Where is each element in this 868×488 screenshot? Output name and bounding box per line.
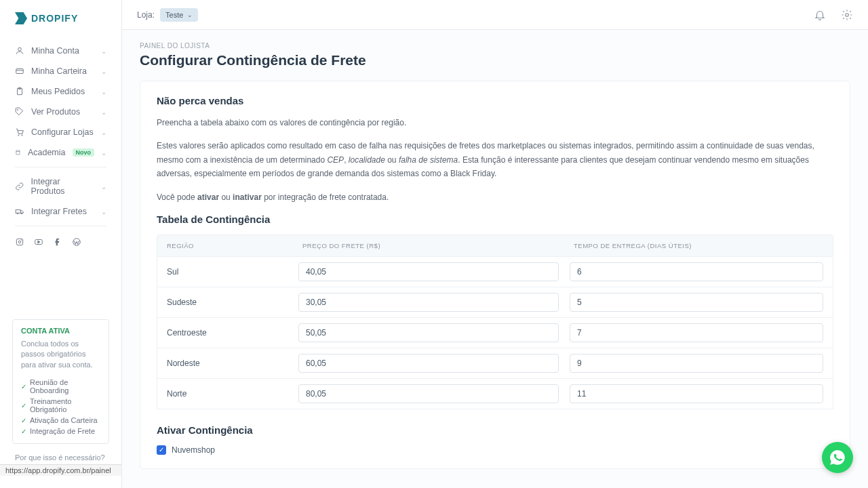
instagram-icon[interactable]: [15, 237, 24, 247]
chevron-down-icon: ⌄: [101, 149, 106, 157]
svg-point-5: [18, 110, 18, 110]
page-title: Configurar Contingência de Frete: [140, 52, 850, 68]
store-value: Teste: [165, 11, 183, 19]
nav-separator: [15, 226, 106, 226]
sidebar-item-label: Meus Pedidos: [31, 87, 85, 96]
time-input[interactable]: [570, 262, 823, 281]
table-row: Sul: [157, 257, 833, 287]
sidebar-item-integrar-fretes[interactable]: Integrar Fretes ⌄: [0, 201, 121, 222]
checkbox-checked-icon: ✓: [157, 445, 166, 455]
price-input[interactable]: [298, 384, 559, 403]
svg-point-12: [21, 213, 22, 214]
bell-icon[interactable]: [814, 9, 826, 21]
time-input[interactable]: [570, 354, 823, 373]
sidebar: DROPIFY Minha Conta ⌄ Minha Carteira ⌄ M…: [0, 0, 122, 488]
facebook-icon[interactable]: [53, 237, 62, 247]
sidebar-item-label: Academia: [28, 148, 66, 157]
topbar: Loja: Teste ⌄: [122, 0, 868, 30]
user-icon: [15, 46, 24, 56]
svg-point-6: [18, 135, 19, 136]
sidebar-item-minha-carteira[interactable]: Minha Carteira ⌄: [0, 61, 121, 81]
svg-rect-8: [16, 150, 20, 155]
section-title-intro: Não perca vendas: [157, 95, 833, 106]
sidebar-item-minha-conta[interactable]: Minha Conta ⌄: [0, 41, 121, 61]
price-input[interactable]: [298, 293, 559, 312]
time-input[interactable]: [570, 384, 823, 403]
header-time: TEMPO DE ENTREGA (DIAS ÚTEIS): [564, 235, 833, 256]
nav-separator: [15, 167, 106, 167]
paragraph-2: Estes valores serão aplicados como resul…: [157, 139, 833, 180]
price-input[interactable]: [298, 262, 559, 281]
svg-rect-10: [16, 210, 20, 214]
sidebar-item-ver-produtos[interactable]: Ver Produtos ⌄: [0, 102, 121, 122]
svg-point-0: [18, 47, 22, 51]
whatsapp-icon: [829, 449, 846, 466]
chevron-down-icon: ⌄: [101, 208, 106, 216]
why-necessary-link[interactable]: Por que isso é necessário?: [0, 451, 121, 464]
sidebar-item-label: Integrar Produtos: [31, 177, 94, 196]
step-freight: Integração de Frete: [21, 426, 100, 436]
account-status-box: CONTA ATIVA Conclua todos os passos obri…: [12, 319, 109, 444]
main: Loja: Teste ⌄ PAINEL DO LOJISTA Configur…: [122, 0, 868, 488]
svg-point-15: [22, 240, 22, 241]
activate-label: Nuvemshop: [172, 445, 215, 455]
chevron-down-icon: ⌄: [101, 88, 106, 96]
activate-checkbox-line[interactable]: ✓ Nuvemshop: [157, 445, 833, 455]
svg-point-11: [17, 213, 18, 214]
step-wallet: Ativação da Carteira: [21, 415, 100, 426]
svg-point-18: [846, 13, 849, 16]
whatsapp-button[interactable]: [822, 442, 853, 473]
store-selector[interactable]: Teste ⌄: [160, 8, 198, 22]
wordpress-icon[interactable]: [72, 237, 81, 247]
step-training: Treinamento Obrigatório: [21, 396, 100, 415]
chevron-down-icon: ⌄: [187, 12, 193, 18]
account-status-desc: Conclua todos os passos obrigatórios par…: [21, 339, 100, 370]
youtube-icon[interactable]: [34, 237, 43, 247]
account-status-title: CONTA ATIVA: [21, 327, 100, 335]
paragraph-3: Você pode ativar ou inativar por integra…: [157, 190, 833, 204]
activate-section: Ativar Contingência ✓ Nuvemshop: [157, 424, 833, 455]
sidebar-item-label: Minha Conta: [31, 46, 79, 56]
sidebar-item-label: Ver Produtos: [31, 107, 80, 117]
section-title-table: Tabela de Contingência: [157, 214, 833, 225]
cell-region: Sul: [157, 267, 293, 277]
cell-region: Norte: [157, 389, 293, 399]
svg-point-7: [22, 135, 22, 136]
time-input[interactable]: [570, 293, 823, 312]
nav: Minha Conta ⌄ Minha Carteira ⌄ Meus Pedi…: [0, 41, 121, 312]
brand-icon: [15, 12, 27, 24]
table-header: REGIÃO PREÇO DO FRETE (R$) TEMPO DE ENTR…: [157, 235, 833, 257]
price-input[interactable]: [298, 354, 559, 373]
sidebar-item-integrar-produtos[interactable]: Integrar Produtos ⌄: [0, 171, 121, 201]
chevron-down-icon: ⌄: [101, 183, 106, 190]
svg-point-14: [18, 241, 21, 243]
gear-icon[interactable]: [841, 9, 853, 21]
contingency-card: Não perca vendas Preencha a tabela abaix…: [140, 81, 850, 469]
paragraph-1: Preencha a tabela abaixo com os valores …: [157, 116, 833, 129]
sidebar-item-configurar-lojas[interactable]: Configurar Lojas ⌄: [0, 122, 121, 142]
step-onboarding: Reunião de Onboarding: [21, 377, 100, 396]
section-title-activate: Ativar Contingência: [157, 424, 833, 436]
cell-region: Nordeste: [157, 359, 293, 368]
chevron-down-icon: ⌄: [101, 108, 106, 116]
sidebar-item-label: Configurar Lojas: [31, 127, 94, 137]
sidebar-item-academia[interactable]: Academia Novo ⌄: [0, 142, 121, 163]
header-price: PREÇO DO FRETE (R$): [293, 235, 564, 256]
sidebar-item-meus-pedidos[interactable]: Meus Pedidos ⌄: [0, 81, 121, 102]
url-statusbar: https://app.dropify.com.br/painel: [0, 464, 121, 476]
header-region: REGIÃO: [157, 235, 293, 256]
svg-rect-1: [16, 69, 24, 74]
store-label: Loja:: [137, 10, 155, 20]
social-links: [0, 230, 121, 253]
table-row: Nordeste: [157, 348, 833, 379]
price-input[interactable]: [298, 323, 559, 342]
cell-region: Centroeste: [157, 328, 293, 338]
chevron-down-icon: ⌄: [101, 68, 106, 75]
chevron-down-icon: ⌄: [101, 129, 106, 136]
sidebar-item-label: Minha Carteira: [31, 66, 87, 76]
brand-logo[interactable]: DROPIFY: [0, 12, 121, 41]
time-input[interactable]: [570, 323, 823, 342]
book-icon: [15, 148, 21, 157]
card-icon: [15, 66, 24, 76]
sidebar-item-label: Integrar Fretes: [31, 207, 87, 216]
